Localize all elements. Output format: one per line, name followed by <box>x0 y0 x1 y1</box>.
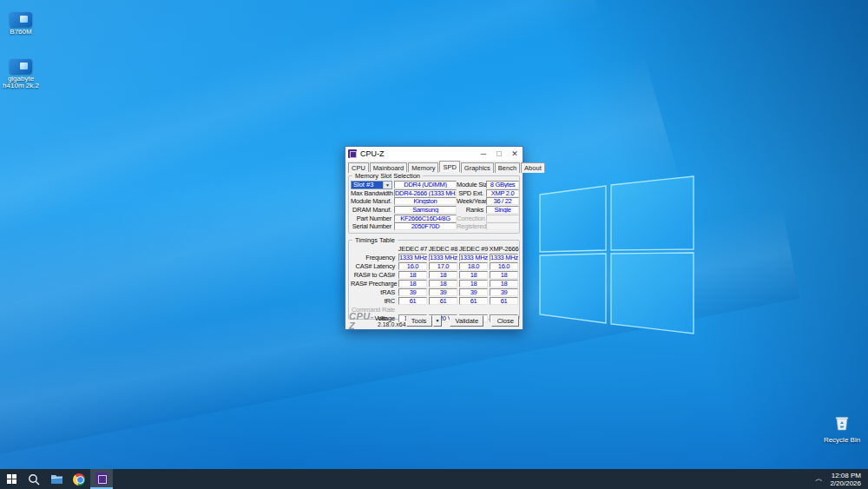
maximize-button[interactable] <box>491 148 507 160</box>
timings-groupbox: Timings Table JEDEC #7 JEDEC #8 JEDEC #9… <box>348 240 520 320</box>
week-year-label: Week/Year <box>457 197 486 205</box>
cpuz-taskbar-icon <box>95 472 108 485</box>
ras-to-cas-cell: 18 <box>459 271 488 279</box>
windows-start-icon <box>7 474 16 484</box>
cas-latency-cell: 17.0 <box>429 262 457 270</box>
cpuz-taskbar-button[interactable] <box>90 469 113 489</box>
search-button[interactable] <box>23 469 45 489</box>
cas-latency-cell: 18.0 <box>459 262 488 270</box>
chrome-button[interactable] <box>68 469 90 489</box>
command-rate-cell <box>429 306 457 314</box>
ranks-label: Ranks <box>457 206 486 214</box>
wallpaper-beam <box>0 51 681 400</box>
registered-field <box>486 222 519 230</box>
ras-precharge-cell: 18 <box>398 280 427 287</box>
clock-date: 2/20/2026 <box>830 479 861 487</box>
tools-button[interactable]: Tools <box>406 315 432 327</box>
slot-select-dropdown[interactable]: Slot #3 ▼ <box>351 181 392 189</box>
ras-precharge-label: RAS# Precharge <box>351 280 398 287</box>
correction-label: Correction <box>457 215 486 222</box>
recycle-bin[interactable]: Recycle Bin <box>821 414 863 444</box>
close-button-footer[interactable]: Close <box>491 315 519 327</box>
memory-slot-group-label: Memory Slot Selection <box>352 172 423 180</box>
close-button[interactable]: ✕ <box>507 148 523 160</box>
trc-label: tRC <box>351 297 398 305</box>
tras-label: tRAS <box>351 288 398 296</box>
part-number-field: KF2666C16D4/8G <box>394 215 457 222</box>
version-text: Ver. 2.18.0.x64 <box>378 315 406 327</box>
module-manuf-field: Kingston <box>394 197 457 205</box>
start-button[interactable] <box>0 469 23 489</box>
ras-precharge-cell: 18 <box>490 280 518 287</box>
serial-number-field: 2050F70D <box>394 222 457 230</box>
desktop-shortcut-1[interactable]: B760M <box>0 12 42 36</box>
tab-bench[interactable]: Bench <box>495 162 520 173</box>
desktop: B760M gigabyte h410m 2k.2 Recycle Bin CP… <box>0 0 868 489</box>
window-title: CPU-Z <box>360 149 476 158</box>
frequency-cell: 1333 MHz <box>490 254 518 261</box>
file-explorer-button[interactable] <box>45 469 68 489</box>
col-xmp2666: XMP-2666 <box>489 245 519 253</box>
desktop-shortcut-2[interactable]: gigabyte h410m 2k.2 <box>0 59 42 89</box>
tab-bar: CPU Mainboard Memory SPD Graphics Bench … <box>345 161 523 172</box>
dropdown-arrow-icon[interactable]: ▼ <box>383 182 391 188</box>
slot-selected-value: Slot #3 <box>352 182 383 188</box>
cpuz-logo: CPU-Z <box>349 312 374 331</box>
module-manuf-label: Module Manuf. <box>351 197 394 205</box>
spd-ext-label: SPD Ext. <box>457 189 486 197</box>
validate-button[interactable]: Validate <box>450 315 483 327</box>
clock-time: 12:08 PM <box>830 472 861 479</box>
cpuz-app-icon <box>348 149 357 158</box>
tras-cell: 39 <box>398 288 427 296</box>
recycle-bin-label: Recycle Bin <box>821 437 863 444</box>
command-rate-cell <box>490 306 518 314</box>
tras-cell: 39 <box>429 288 457 296</box>
file-explorer-icon <box>50 473 63 485</box>
search-icon <box>28 473 40 486</box>
trc-cell: 61 <box>429 297 457 305</box>
correction-field <box>486 215 519 222</box>
command-rate-cell <box>459 306 488 314</box>
part-number-label: Part Number <box>351 215 394 222</box>
dram-manuf-label: DRAM Manuf. <box>351 206 394 214</box>
shortcut-label: gigabyte h410m 2k.2 <box>0 76 42 89</box>
command-rate-cell <box>398 306 427 314</box>
spd-ext-field: XMP 2.0 <box>486 189 519 197</box>
frequency-label: Frequency <box>351 254 398 261</box>
chrome-icon <box>73 473 85 486</box>
ras-to-cas-label: RAS# to CAS# <box>351 271 398 279</box>
col-jedec9: JEDEC #9 <box>458 245 489 253</box>
trc-cell: 61 <box>459 297 488 305</box>
taskbar-clock[interactable]: 12:08 PM 2/20/2026 <box>826 472 868 487</box>
ras-to-cas-cell: 18 <box>490 271 518 279</box>
window-footer: CPU-Z Ver. 2.18.0.x64 Tools ▼ Validate C… <box>345 314 523 329</box>
minimize-button[interactable]: ─ <box>476 148 491 160</box>
ras-precharge-cell: 18 <box>429 280 457 287</box>
cas-latency-cell: 16.0 <box>398 262 427 270</box>
frequency-cell: 1333 MHz <box>429 254 457 261</box>
frequency-cell: 1333 MHz <box>459 254 488 261</box>
dram-manuf-field: Samsung <box>394 206 457 214</box>
trc-cell: 61 <box>490 297 518 305</box>
title-bar[interactable]: CPU-Z ─ ✕ <box>345 147 523 161</box>
serial-number-label: Serial Number <box>351 222 394 230</box>
module-size-label: Module Size <box>457 181 486 188</box>
registered-label: Registered <box>457 222 486 230</box>
col-jedec8: JEDEC #8 <box>428 245 458 253</box>
col-jedec7: JEDEC #7 <box>398 245 428 253</box>
trc-cell: 61 <box>398 297 427 305</box>
ras-to-cas-cell: 18 <box>429 271 457 279</box>
tab-spd[interactable]: SPD <box>439 161 459 172</box>
memory-slot-groupbox: Memory Slot Selection Slot #3 ▼ DDR4 (UD… <box>348 175 520 234</box>
tools-dropdown-arrow-icon[interactable]: ▼ <box>433 315 443 327</box>
tray-chevron-up-icon[interactable]: ︿ <box>811 473 826 485</box>
max-bandwidth-label: Max Bandwidth <box>351 189 394 197</box>
shortcut-label: B760M <box>0 29 42 36</box>
tab-about[interactable]: About <box>521 162 545 173</box>
taskbar: ︿ 12:08 PM 2/20/2026 <box>0 469 868 489</box>
ranks-field: Single <box>486 206 519 214</box>
tab-graphics[interactable]: Graphics <box>461 162 494 173</box>
shortcut-thumbnail-icon <box>10 12 32 27</box>
tras-cell: 39 <box>459 288 488 296</box>
cas-latency-label: CAS# Latency <box>351 262 398 270</box>
